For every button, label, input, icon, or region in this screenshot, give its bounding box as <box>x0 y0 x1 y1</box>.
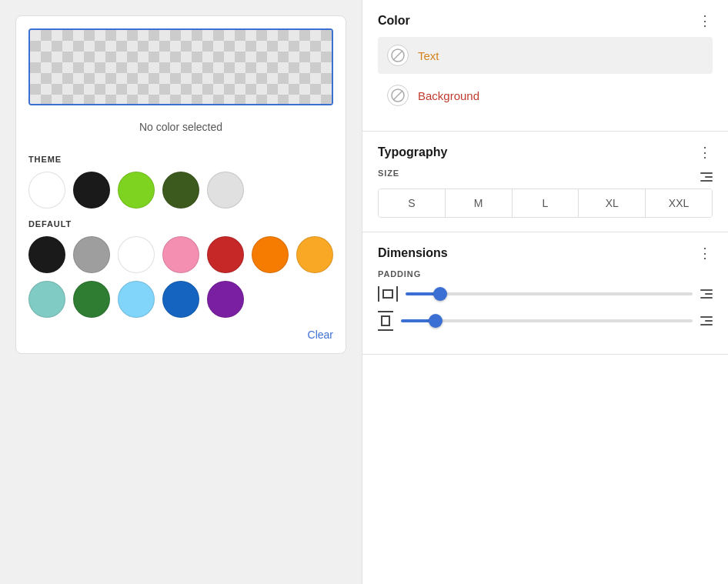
swatch-dark-green[interactable] <box>162 172 199 209</box>
swatch-d-orange[interactable] <box>252 236 289 273</box>
horizontal-padding-row <box>378 286 713 302</box>
size-label: SIZE <box>378 169 399 178</box>
adj-line-2 <box>705 293 713 295</box>
swatch-d-red[interactable] <box>207 236 244 273</box>
size-btn-l[interactable]: L <box>513 189 579 217</box>
swatch-d-green[interactable] <box>73 281 110 318</box>
color-item-background[interactable]: Background <box>378 77 713 114</box>
vadj-line-1 <box>700 316 713 318</box>
clear-button[interactable]: Clear <box>28 329 333 341</box>
default-swatches <box>28 236 333 318</box>
swatch-black[interactable] <box>73 172 110 209</box>
color-section-header: Color ⋮ <box>378 14 713 28</box>
swatch-d-purple[interactable] <box>207 281 244 318</box>
no-color-label: No color selected <box>28 115 333 144</box>
dimensions-section-title: Dimensions <box>378 246 448 260</box>
swatch-white[interactable] <box>28 172 65 209</box>
checker-pattern <box>30 30 332 104</box>
color-preview-box <box>28 28 333 105</box>
swatch-d-pink[interactable] <box>162 236 199 273</box>
padding-label: PADDING <box>378 269 713 279</box>
swatch-d-white[interactable] <box>118 236 155 273</box>
horizontal-slider-adjust-icon[interactable] <box>700 289 713 299</box>
swatch-d-black[interactable] <box>28 236 65 273</box>
swatch-lime[interactable] <box>118 172 155 209</box>
vertical-slider-track <box>401 319 693 322</box>
color-section: Color ⋮ Text Background <box>362 0 728 132</box>
h-line-1 <box>700 172 713 174</box>
swatch-d-mint[interactable] <box>28 281 65 318</box>
swatch-d-blue[interactable] <box>162 281 199 318</box>
bg-color-icon <box>387 85 409 106</box>
pad-h-rect <box>382 289 393 299</box>
h-line-3 <box>700 180 713 182</box>
background-label: Background <box>418 89 479 102</box>
horizontal-slider-track <box>406 292 693 295</box>
color-section-title: Color <box>378 14 410 28</box>
right-panel: Color ⋮ Text Background Ty <box>362 0 728 584</box>
horizontal-slider-thumb[interactable] <box>433 287 447 301</box>
horizontal-slider-container[interactable] <box>406 286 693 302</box>
color-picker-card: No color selected THEME DEFAULT Clear <box>15 15 346 354</box>
size-btn-xl[interactable]: XL <box>579 189 646 217</box>
swatch-light-gray[interactable] <box>207 172 244 209</box>
vertical-slider-container[interactable] <box>401 313 693 329</box>
vadj-line-3 <box>700 324 713 325</box>
adj-line-3 <box>700 297 713 299</box>
left-panel: No color selected THEME DEFAULT Clear <box>0 0 362 584</box>
vertical-padding-icon <box>378 311 393 331</box>
swatch-d-gray[interactable] <box>73 236 110 273</box>
slash-svg <box>390 48 406 63</box>
typography-more-icon[interactable]: ⋮ <box>698 145 713 159</box>
adj-line-1 <box>700 289 713 291</box>
text-label: Text <box>418 49 439 62</box>
size-btn-s[interactable]: S <box>379 189 446 217</box>
pad-v-rect <box>381 315 390 326</box>
text-color-icon <box>387 45 409 66</box>
typography-section-header: Typography ⋮ <box>378 145 713 159</box>
vadj-line-2 <box>705 320 713 322</box>
dimensions-section: Dimensions ⋮ PADDING <box>362 232 728 355</box>
size-btn-m[interactable]: M <box>446 189 513 217</box>
color-item-text[interactable]: Text <box>378 37 713 74</box>
color-more-icon[interactable]: ⋮ <box>698 14 713 28</box>
h-line-2 <box>705 176 713 178</box>
horizontal-padding-icon <box>378 286 398 302</box>
dimensions-section-header: Dimensions ⋮ <box>378 246 713 260</box>
svg-line-3 <box>393 91 402 100</box>
slash-svg-bg <box>390 88 406 103</box>
size-row: SIZE <box>378 169 713 185</box>
typography-section: Typography ⋮ SIZE S M L XL XXL <box>362 132 728 232</box>
swatch-d-yellow[interactable] <box>296 236 333 273</box>
theme-swatches <box>28 172 333 209</box>
theme-section-label: THEME <box>28 155 333 164</box>
size-adjust-icon[interactable] <box>700 172 713 182</box>
dimensions-more-icon[interactable]: ⋮ <box>698 246 713 260</box>
size-buttons: S M L XL XXL <box>378 189 713 218</box>
default-section-label: DEFAULT <box>28 219 333 229</box>
vertical-slider-adjust-icon[interactable] <box>700 316 713 325</box>
svg-line-1 <box>393 51 402 60</box>
vertical-padding-row <box>378 311 713 331</box>
size-btn-xxl[interactable]: XXL <box>646 189 712 217</box>
typography-section-title: Typography <box>378 145 447 159</box>
swatch-d-lightblue[interactable] <box>118 281 155 318</box>
vertical-slider-thumb[interactable] <box>429 314 442 328</box>
